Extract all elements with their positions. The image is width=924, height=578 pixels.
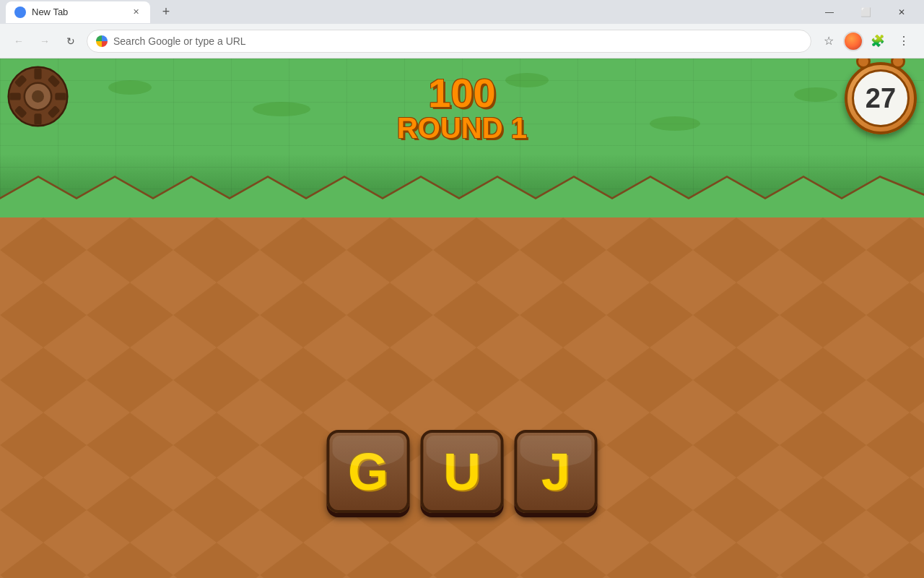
url-text: Search Google or type a URL (113, 35, 246, 47)
bookmark-button[interactable]: ☆ (817, 30, 840, 53)
forward-button[interactable]: → (35, 31, 55, 51)
grass-patch (650, 116, 700, 131)
address-bar: ← → ↻ Search Google or type a URL ☆ 🧩 ⋮ (0, 24, 924, 59)
svg-rect-6 (9, 92, 20, 100)
letter-tile-g[interactable]: G (327, 430, 410, 513)
svg-rect-4 (34, 68, 41, 79)
score-number: 100 (397, 73, 527, 113)
tab-favicon (14, 7, 26, 18)
tab-title: New Tab (32, 7, 68, 17)
clock-ear-left (856, 59, 871, 69)
title-bar: New Tab ✕ + — ⬜ ✕ (0, 0, 924, 24)
timer-value: 27 (852, 69, 910, 127)
minimize-button[interactable]: — (813, 0, 846, 24)
browser-tab[interactable]: New Tab ✕ (6, 1, 150, 23)
browser-frame: New Tab ✕ + — ⬜ ✕ ← → ↻ Search Google or… (0, 0, 924, 578)
extensions-button[interactable]: 🧩 (866, 30, 889, 53)
letter-tile-u[interactable]: U (421, 430, 504, 513)
clock-ear-right (891, 59, 905, 69)
new-tab-button[interactable]: + (156, 2, 176, 22)
maximize-button[interactable]: ⬜ (849, 0, 882, 24)
round-label: ROUND 1 (397, 113, 527, 142)
svg-rect-5 (34, 113, 41, 124)
svg-rect-2 (0, 217, 924, 578)
profile-avatar[interactable] (843, 31, 863, 51)
grass-zigzag-border (0, 176, 924, 219)
menu-button[interactable]: ⋮ (892, 30, 915, 53)
grass-patch (108, 80, 152, 95)
timer-clock: 27 (845, 62, 917, 134)
svg-point-13 (32, 90, 44, 103)
clock-outer: 27 (845, 62, 917, 134)
settings-gear-button[interactable] (7, 66, 69, 127)
svg-rect-7 (55, 92, 66, 100)
google-logo-icon (96, 35, 108, 47)
grass-patch (794, 87, 837, 102)
toolbar-icons: ☆ 🧩 ⋮ (817, 30, 915, 53)
back-button[interactable]: ← (9, 31, 29, 51)
tiles-container: G U J (327, 430, 598, 513)
close-button[interactable]: ✕ (885, 0, 918, 24)
tab-close-button[interactable]: ✕ (130, 7, 141, 18)
floor-overlay (0, 217, 924, 578)
reload-button[interactable]: ↻ (61, 31, 81, 51)
clock-ears (847, 59, 914, 69)
letter-tile-j[interactable]: J (515, 430, 598, 513)
game-area: 100 ROUND 1 27 G U J (0, 59, 924, 578)
score-display: 100 ROUND 1 (397, 73, 527, 142)
grass-patch (253, 102, 310, 116)
omnibox[interactable]: Search Google or type a URL (87, 30, 811, 53)
window-controls: — ⬜ ✕ (813, 0, 918, 24)
